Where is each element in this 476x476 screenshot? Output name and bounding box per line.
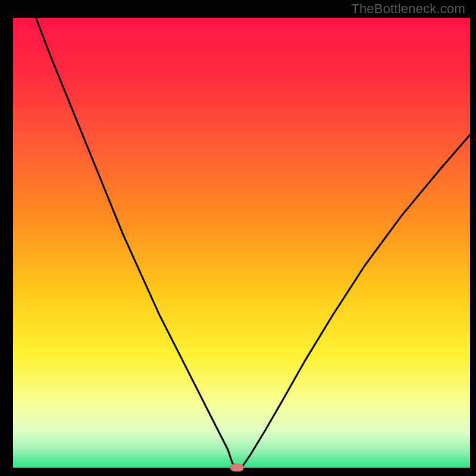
chart-container: { "attribution": "TheBottleneck.com", "c… [0, 0, 476, 476]
optimum-marker [230, 464, 243, 471]
attribution-text: TheBottleneck.com [351, 1, 465, 17]
plot-background [13, 18, 470, 468]
bottleneck-chart [0, 0, 476, 476]
